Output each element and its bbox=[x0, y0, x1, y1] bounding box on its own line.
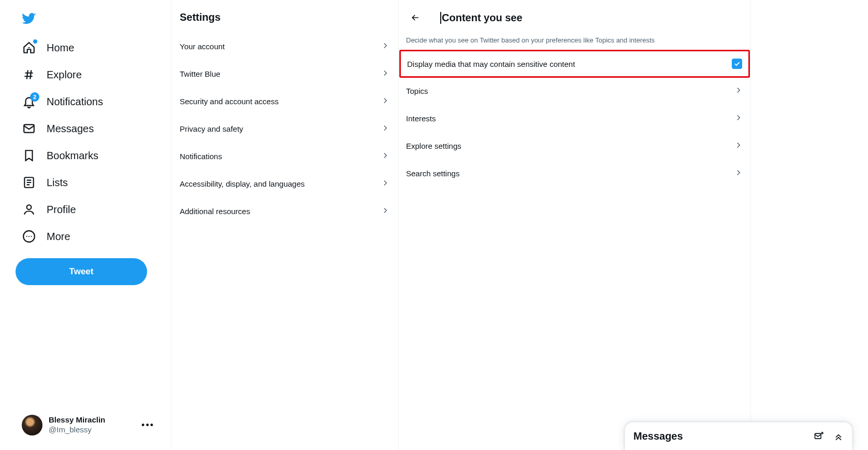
chevron-right-icon bbox=[381, 178, 390, 189]
nav-notifications[interactable]: 2 Notifications bbox=[16, 88, 109, 115]
bell-icon: 2 bbox=[22, 94, 36, 109]
home-icon bbox=[22, 40, 36, 55]
settings-item-label: Security and account access bbox=[180, 97, 279, 106]
bookmark-icon bbox=[22, 148, 36, 163]
chevron-right-icon bbox=[734, 140, 743, 151]
settings-item-twitter-blue[interactable]: Twitter Blue bbox=[171, 60, 398, 88]
chevron-right-icon bbox=[381, 123, 390, 134]
settings-column: Settings Your account Twitter Blue Secur… bbox=[171, 0, 399, 450]
hash-icon bbox=[22, 67, 36, 82]
nav-label: Lists bbox=[47, 177, 68, 189]
svg-point-6 bbox=[28, 236, 30, 237]
person-icon bbox=[22, 202, 36, 217]
settings-item-label: Twitter Blue bbox=[180, 69, 220, 78]
settings-item-your-account[interactable]: Your account bbox=[171, 33, 398, 60]
account-handle: @Im_blessy bbox=[49, 425, 135, 435]
nav-label: More bbox=[47, 231, 70, 243]
chevron-right-icon bbox=[381, 41, 390, 52]
content-row-label: Interests bbox=[406, 114, 436, 123]
nav-bookmarks[interactable]: Bookmarks bbox=[16, 142, 105, 169]
list-icon bbox=[22, 175, 36, 190]
notification-count-badge: 2 bbox=[30, 92, 39, 102]
checkbox-checked-icon[interactable] bbox=[732, 59, 742, 69]
account-menu[interactable]: Blessy Miraclin @Im_blessy ••• bbox=[16, 410, 161, 441]
settings-item-label: Additional resources bbox=[180, 207, 250, 216]
svg-point-5 bbox=[26, 236, 27, 237]
chevron-right-icon bbox=[381, 68, 390, 79]
more-circle-icon bbox=[22, 229, 36, 244]
content-row-search-settings[interactable]: Search settings bbox=[399, 160, 750, 187]
nav-more[interactable]: More bbox=[16, 223, 77, 250]
toggle-sensitive-media[interactable]: Display media that may contain sensitive… bbox=[400, 50, 749, 77]
nav-label: Profile bbox=[47, 204, 76, 216]
content-row-label: Explore settings bbox=[406, 142, 461, 150]
expand-up-icon[interactable] bbox=[833, 431, 844, 442]
nav-home[interactable]: Home bbox=[16, 34, 80, 61]
content-title: Content you see bbox=[440, 12, 523, 24]
content-row-explore-settings[interactable]: Explore settings bbox=[399, 132, 750, 160]
settings-item-notifications[interactable]: Notifications bbox=[171, 143, 398, 170]
new-message-icon[interactable] bbox=[814, 431, 824, 442]
avatar bbox=[22, 415, 42, 435]
nav-explore[interactable]: Explore bbox=[16, 61, 88, 88]
svg-point-0 bbox=[28, 47, 30, 49]
back-button[interactable] bbox=[406, 8, 425, 27]
content-row-label: Topics bbox=[406, 87, 428, 95]
content-row-label: Search settings bbox=[406, 169, 459, 178]
toggle-label: Display media that may contain sensitive… bbox=[407, 60, 575, 68]
content-row-topics[interactable]: Topics bbox=[399, 77, 750, 105]
settings-item-accessibility[interactable]: Accessibility, display, and languages bbox=[171, 170, 398, 198]
chevron-right-icon bbox=[381, 151, 390, 162]
nav-label: Home bbox=[47, 42, 74, 54]
chevron-right-icon bbox=[734, 86, 743, 96]
settings-title: Settings bbox=[171, 6, 398, 33]
svg-point-7 bbox=[31, 236, 32, 237]
chevron-right-icon bbox=[381, 96, 390, 107]
messages-dock[interactable]: Messages bbox=[625, 422, 852, 450]
chevron-right-icon bbox=[734, 113, 743, 124]
nav-label: Messages bbox=[47, 123, 94, 135]
content-column: Content you see Decide what you see on T… bbox=[399, 0, 751, 450]
settings-item-label: Your account bbox=[180, 42, 225, 51]
twitter-logo[interactable] bbox=[16, 5, 42, 32]
tweet-button[interactable]: Tweet bbox=[16, 258, 147, 285]
settings-item-label: Notifications bbox=[180, 152, 222, 161]
settings-item-privacy[interactable]: Privacy and safety bbox=[171, 115, 398, 143]
nav-label: Notifications bbox=[47, 96, 103, 108]
settings-item-label: Accessibility, display, and languages bbox=[180, 179, 305, 188]
settings-item-label: Privacy and safety bbox=[180, 124, 243, 133]
content-row-interests[interactable]: Interests bbox=[399, 105, 750, 132]
envelope-icon bbox=[22, 121, 36, 136]
primary-sidebar: Home Explore 2 Notifications Messa bbox=[0, 0, 171, 450]
nav-messages[interactable]: Messages bbox=[16, 115, 100, 142]
nav-profile[interactable]: Profile bbox=[16, 196, 82, 223]
nav-lists[interactable]: Lists bbox=[16, 169, 74, 196]
settings-item-additional-resources[interactable]: Additional resources bbox=[171, 198, 398, 225]
settings-item-security[interactable]: Security and account access bbox=[171, 88, 398, 115]
nav-label: Bookmarks bbox=[47, 150, 98, 162]
content-subtitle: Decide what you see on Twitter based on … bbox=[399, 30, 750, 50]
twitter-bird-icon bbox=[22, 11, 36, 26]
new-dot-badge bbox=[33, 39, 37, 44]
chevron-right-icon bbox=[381, 206, 390, 217]
ellipsis-icon: ••• bbox=[141, 420, 154, 431]
nav-label: Explore bbox=[47, 69, 82, 81]
chevron-right-icon bbox=[734, 168, 743, 179]
svg-point-3 bbox=[27, 205, 32, 209]
account-name: Blessy Miraclin bbox=[49, 415, 135, 425]
messages-dock-title: Messages bbox=[633, 430, 683, 442]
arrow-left-icon bbox=[410, 12, 421, 23]
